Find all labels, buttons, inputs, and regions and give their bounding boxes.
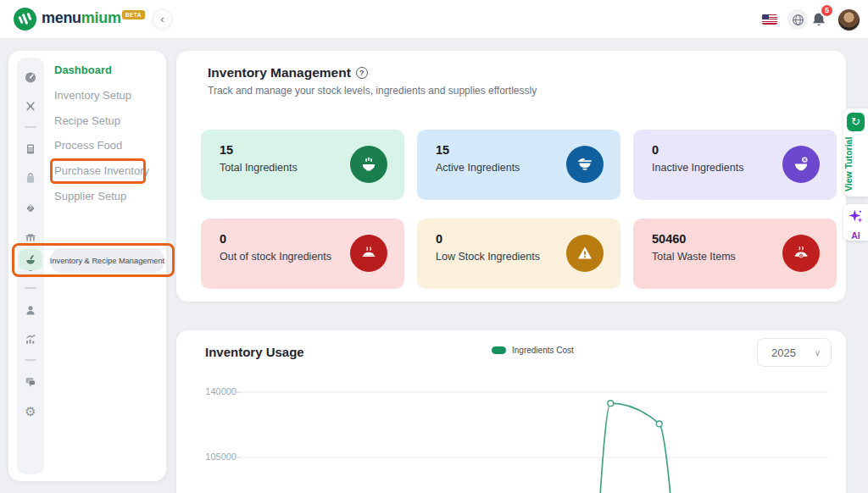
stat-label: Total Ingredients	[220, 162, 298, 174]
sparkles-icon	[848, 208, 865, 226]
warning-triangle-icon	[566, 235, 604, 272]
sidebar-collapse-button[interactable]: ‹	[153, 9, 172, 29]
person-icon[interactable]	[24, 303, 37, 317]
help-icon[interactable]: ?	[356, 67, 368, 79]
stat-value: 50460	[652, 232, 686, 246]
bowl-x-icon	[782, 146, 820, 183]
page-subtitle: Track and manage your stock levels, ingr…	[208, 85, 537, 97]
sidebar: ⚙ Dashboard Inventory Setup Recipe Setup…	[8, 51, 166, 481]
year-select-value: 2025	[771, 346, 796, 359]
stat-card-total-waste: 50460 Total Waste Items	[633, 219, 837, 289]
gauge-icon[interactable]	[24, 70, 37, 84]
bowl-steam-icon	[350, 146, 387, 183]
gear-icon[interactable]: ⚙	[24, 405, 37, 418]
us-flag-icon[interactable]	[762, 14, 777, 25]
brand-logo-icon	[14, 8, 36, 30]
notifications-button[interactable]: 5	[810, 11, 831, 31]
crossed-utensils-icon[interactable]	[24, 100, 37, 114]
ai-assistant-tab[interactable]: AI	[843, 204, 868, 241]
sidebar-item-dashboard[interactable]: Dashboard	[54, 58, 164, 83]
user-avatar[interactable]	[838, 9, 860, 30]
legend-marker	[492, 346, 506, 354]
stat-card-out-of-stock: 0 Out of stock Ingredients	[201, 219, 404, 289]
stat-label: Active Ingredients	[436, 162, 520, 174]
dining-table-icon[interactable]	[24, 230, 37, 244]
stat-label: Inactive Ingredients	[652, 162, 743, 174]
beta-badge: BETA	[122, 10, 145, 19]
usage-chart	[202, 377, 833, 493]
inventory-management-card: Inventory Management? Track and manage y…	[176, 51, 846, 302]
mortar-pestle-icon	[24, 253, 37, 267]
globe-icon	[792, 14, 804, 26]
top-bar: menumiumBETA ‹ 5	[0, 0, 868, 39]
chat-icon[interactable]	[24, 375, 37, 389]
legend-ingredients-cost[interactable]: Ingredients Cost	[492, 346, 574, 355]
dish-x-icon	[782, 235, 820, 272]
tutorial-icon: ↻	[847, 113, 865, 131]
sidebar-item-inventory-setup[interactable]: Inventory Setup	[54, 83, 164, 108]
dish-steam-icon	[350, 235, 387, 272]
ai-tab-label: AI	[843, 230, 868, 241]
sidebar-item-process-food[interactable]: Process Food	[54, 133, 164, 158]
chart-title: Inventory Usage	[205, 345, 304, 359]
stat-value: 15	[220, 143, 233, 157]
stat-value: 15	[436, 143, 449, 157]
sidebar-item-purchase-inventory[interactable]: Purchase Inventory	[54, 158, 164, 184]
view-tutorial-tab[interactable]: ↻ View Tutorial	[843, 108, 868, 197]
stat-label: Low Stock Ingredients	[436, 251, 540, 263]
module-mortar-pestle-button[interactable]	[19, 249, 42, 270]
brand-name: menumiumBETA	[42, 9, 145, 27]
stat-card-active-ingredients: 15 Active Ingredients	[417, 130, 620, 200]
stat-value: 0	[436, 232, 442, 246]
calculator-icon[interactable]	[24, 142, 37, 156]
chevron-down-icon: ∨	[815, 348, 821, 357]
price-tag-icon[interactable]	[24, 202, 37, 215]
stat-card-total-ingredients: 15 Total Ingredients	[201, 130, 404, 200]
rail-divider	[25, 287, 36, 289]
view-tutorial-label: View Tutorial	[843, 136, 868, 193]
stat-label: Total Waste Items	[652, 251, 736, 263]
legend-label: Ingredients Cost	[512, 346, 574, 355]
stat-card-inactive-ingredients: 0 Inactive Ingredients	[633, 130, 837, 200]
page-title: Inventory Management	[208, 65, 351, 80]
brand-logo[interactable]: menumiumBETA	[14, 8, 145, 30]
sidebar-item-recipe-setup[interactable]: Recipe Setup	[54, 108, 164, 134]
stat-value: 0	[652, 143, 659, 157]
stat-card-low-stock: 0 Low Stock Ingredients	[417, 219, 620, 289]
stat-label: Out of stock Ingredients	[220, 251, 331, 263]
rail-divider	[25, 359, 36, 361]
notification-count-badge: 5	[820, 3, 834, 18]
inventory-usage-card: Inventory Usage Ingredients Cost 2025 ∨ …	[176, 330, 846, 493]
rail-divider	[25, 126, 36, 128]
shopping-bag-icon[interactable]	[24, 171, 37, 185]
language-globe-button[interactable]	[787, 9, 808, 30]
stat-value: 0	[220, 232, 226, 246]
sidebar-item-supplier-setup[interactable]: Supplier Setup	[54, 184, 164, 209]
bowl-icon	[566, 146, 604, 183]
module-label: Inventory & Recipe Management	[50, 248, 164, 273]
year-select[interactable]: 2025 ∨	[757, 338, 832, 367]
growth-chart-icon[interactable]	[24, 332, 37, 346]
